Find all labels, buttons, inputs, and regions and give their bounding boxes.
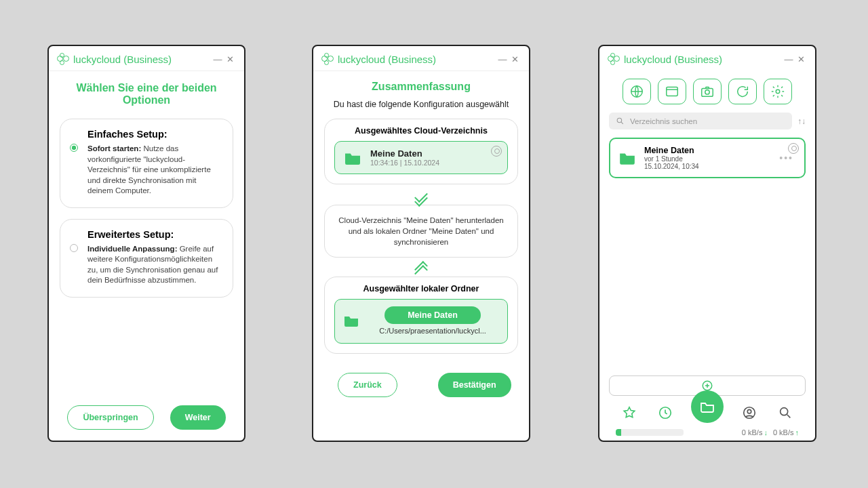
sync-button[interactable] [728, 79, 757, 104]
page-heading: Wählen Sie eine der beiden Optionen [60, 82, 233, 106]
next-button[interactable]: Weiter [170, 405, 226, 430]
confirm-button[interactable]: Bestätigen [438, 373, 511, 397]
panel-title: Ausgewählter lokaler Ordner [334, 284, 508, 293]
status-bar: 0 kB/s↓ 0 kB/s↑ [609, 426, 806, 441]
local-dir-name: Meine Daten [384, 306, 481, 324]
skip-button[interactable]: Überspringen [67, 405, 153, 430]
svg-point-10 [780, 408, 787, 415]
local-dir-panel: Ausgewählter lokaler Ordner Meine Daten … [324, 277, 518, 354]
option-body: Individuelle Anpassung: Greife auf weite… [87, 244, 222, 286]
bottom-nav [609, 396, 806, 426]
app-logo-icon [608, 53, 620, 65]
cloud-dir-card[interactable]: Meine Daten 10:34:16 | 15.10.2024 [334, 141, 508, 174]
camera-button[interactable] [693, 79, 722, 104]
owner-icon [491, 146, 502, 157]
nav-files-active[interactable] [691, 390, 724, 423]
panel-title: Ausgewähltes Cloud-Verzeichnis [334, 126, 508, 136]
footer-buttons: Zurück Bestätigen [324, 373, 518, 397]
settings-button[interactable] [764, 79, 792, 104]
svg-point-4 [776, 89, 780, 94]
cloud-dir-time: 10:34:16 | 15.10.2024 [370, 159, 499, 167]
globe-button[interactable] [623, 79, 651, 104]
svg-point-9 [748, 409, 752, 413]
window-button[interactable] [658, 79, 686, 104]
directory-card[interactable]: Meine Daten vor 1 Stunde 15.10.2024, 10:… [609, 138, 806, 178]
nav-account[interactable] [740, 403, 759, 422]
folder-icon [343, 314, 359, 327]
option-title: Erweitertes Setup: [87, 229, 222, 240]
titlebar: luckycloud (Business) — ✕ [313, 46, 529, 71]
minimize-button[interactable]: — [783, 54, 795, 64]
sort-button[interactable]: ↑↓ [797, 117, 806, 126]
close-button[interactable]: ✕ [224, 54, 236, 64]
nav-search[interactable] [776, 403, 795, 422]
setup-options-window: luckycloud (Business) — ✕ Wählen Sie ein… [47, 45, 245, 442]
storage-progress [616, 429, 684, 436]
option-body: Sofort starten: Nutze das vorkonfigurier… [87, 144, 222, 197]
app-title: luckycloud (Business) [73, 54, 212, 65]
upload-rate: 0 kB/s↑ [773, 428, 799, 436]
option-advanced-setup[interactable]: Erweitertes Setup: Individuelle Anpassun… [60, 219, 233, 298]
app-title: luckycloud (Business) [624, 54, 783, 65]
back-button[interactable]: Zurück [338, 373, 397, 397]
search-placeholder: Verzeichnis suchen [630, 117, 697, 125]
radio-simple[interactable] [70, 144, 78, 152]
main-app-window: luckycloud (Business) — ✕ Verzeichnis su… [598, 45, 816, 442]
app-logo-icon [57, 53, 69, 65]
nav-favorites[interactable] [620, 403, 639, 422]
minimize-button[interactable]: — [496, 54, 509, 64]
download-rate: 0 kB/s↓ [742, 428, 768, 436]
app-title: luckycloud (Business) [338, 54, 496, 65]
folder-icon [343, 150, 362, 165]
svg-point-3 [705, 90, 709, 94]
search-row: Verzeichnis suchen ↑↓ [609, 113, 806, 129]
directory-relative-time: vor 1 Stunde [644, 155, 771, 163]
chevron-down-icon [324, 194, 518, 202]
sync-description: Cloud-Verzeichnis "Meine Daten" herunter… [324, 205, 518, 258]
titlebar: luckycloud (Business) — ✕ [599, 46, 815, 70]
nav-history[interactable] [656, 403, 675, 422]
directory-name: Meine Daten [644, 146, 771, 155]
page-heading: Zusammenfassung [324, 81, 518, 93]
top-toolbar [609, 79, 806, 104]
folder-icon [618, 150, 636, 165]
directory-more-button[interactable]: ••• [779, 152, 793, 163]
local-dir-path: C:/Users/praesentation/luckycl... [379, 327, 486, 335]
chevron-up-icon [324, 266, 518, 274]
local-dir-card[interactable]: Meine Daten C:/Users/praesentation/lucky… [334, 299, 508, 344]
titlebar: luckycloud (Business) — ✕ [49, 46, 244, 71]
cloud-dir-panel: Ausgewähltes Cloud-Verzeichnis Meine Dat… [324, 119, 518, 184]
page-subheading: Du hast die folgende Konfiguration ausge… [324, 100, 518, 109]
option-title: Einfaches Setup: [87, 129, 222, 140]
option-simple-setup[interactable]: Einfaches Setup: Sofort starten: Nutze d… [60, 119, 233, 208]
summary-window: luckycloud (Business) — ✕ Zusammenfassun… [312, 45, 530, 442]
owner-icon [788, 143, 799, 154]
search-input[interactable]: Verzeichnis suchen [609, 113, 792, 129]
cloud-dir-name: Meine Daten [370, 148, 499, 159]
app-logo-icon [321, 53, 334, 65]
svg-point-5 [617, 118, 622, 123]
close-button[interactable]: ✕ [509, 54, 521, 64]
svg-rect-1 [667, 87, 678, 96]
close-button[interactable]: ✕ [795, 54, 807, 64]
minimize-button[interactable]: — [212, 54, 224, 64]
footer-buttons: Überspringen Weiter [49, 405, 244, 430]
directory-date: 15.10.2024, 10:34 [644, 163, 771, 170]
search-icon [616, 117, 625, 125]
radio-advanced[interactable] [70, 244, 78, 252]
